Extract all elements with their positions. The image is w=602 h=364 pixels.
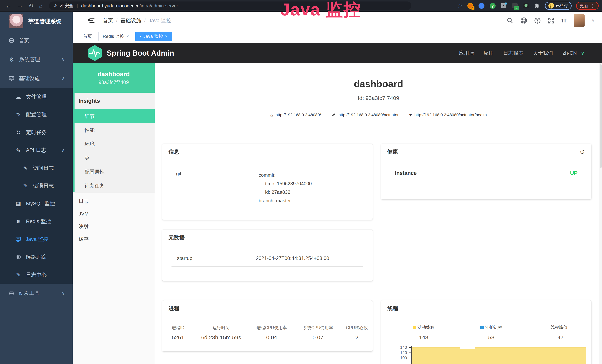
legend-blue-swatch	[480, 326, 484, 329]
tab-label: 首页	[83, 33, 92, 39]
health-card-header: 健康 ↺	[381, 144, 591, 161]
sidebar-item-label: 定时任务	[26, 129, 47, 136]
sidebar-collapse-icon[interactable]	[88, 17, 96, 24]
history-icon[interactable]: ↺	[580, 148, 585, 156]
github-icon[interactable]	[520, 17, 527, 24]
sba-menu-environment[interactable]: 环境	[73, 137, 155, 151]
legend-peak-threads: 线程峰值 147	[530, 324, 588, 341]
extension-orange-icon[interactable]: 1	[467, 2, 474, 9]
extensions-puzzle-icon[interactable]	[534, 2, 540, 9]
sidebar-item-redis-monitor[interactable]: ≋ Redis 监控	[0, 213, 73, 230]
extension-leaf-icon[interactable]	[523, 2, 529, 9]
sba-menu-logs[interactable]: 日志	[73, 195, 155, 207]
sidebar-item-api-log[interactable]: ✎ API 日志 ∧	[0, 141, 73, 159]
sidebar-item-mysql-monitor[interactable]: ▦ MySQL 监控	[0, 195, 73, 213]
extension-pin-blue-icon[interactable]	[478, 2, 485, 9]
sba-nav-wallboard[interactable]: 应用墙	[459, 50, 474, 56]
sba-nav: 应用墙 应用 日志报表 关于我们 zh-CN ∨	[459, 50, 602, 56]
sidebar-item-config-manage[interactable]: ✎ 配置管理	[0, 106, 73, 124]
browser-forward-icon[interactable]: →	[17, 0, 23, 11]
legend-yellow-swatch	[413, 326, 416, 329]
sba-menu-config-props[interactable]: 配置属性	[73, 165, 155, 179]
sba-menu-metrics[interactable]: 性能	[73, 123, 155, 137]
sidebar-item-scheduled-jobs[interactable]: ↻ 定时任务	[0, 124, 73, 141]
process-card: 进程 进程ID 运行时间 进程CPU使用率 系统CPU使用率 CPU核心数 52…	[162, 300, 373, 351]
metadata-row-value: 2021-04-27T00:44:31.254+08:00	[256, 256, 329, 261]
breadcrumb-current: Java 监控	[149, 17, 172, 24]
user-avatar[interactable]	[574, 14, 585, 27]
tab-redis-monitor[interactable]: Redis 监控 ×	[98, 32, 133, 41]
process-col-uptime: 运行时间	[194, 325, 248, 331]
sba-menu-classes[interactable]: 类	[73, 151, 155, 165]
sba-menu-caches[interactable]: 缓存	[73, 233, 155, 245]
tab-java-monitor[interactable]: ● Java 监控 ×	[135, 32, 172, 41]
sba-nav-about[interactable]: 关于我们	[533, 50, 553, 56]
sba-logo[interactable]	[87, 45, 102, 61]
browser-home-icon[interactable]: ⌂	[39, 0, 43, 11]
sba-nav-applications[interactable]: 应用	[484, 50, 494, 56]
insights-section-label[interactable]: Insights	[73, 93, 155, 109]
extension-grid-icon[interactable]	[500, 2, 507, 9]
metadata-row-startup: startup 2021-04-27T00:44:31.254+08:00	[172, 256, 363, 267]
sba-locale-select[interactable]: zh-CN	[562, 50, 577, 56]
sidebar-item-system[interactable]: ⚙ 系统管理 ∨	[0, 50, 73, 69]
sidebar-item-error-log[interactable]: ✎ 错误日志	[0, 177, 73, 195]
sidebar-item-label: 错误日志	[33, 182, 54, 189]
sidebar-item-label: 链路追踪	[26, 254, 46, 260]
browser-menu-dots-icon[interactable]: ⋮	[590, 3, 595, 9]
help-icon[interactable]	[534, 17, 541, 24]
sidebar-item-home[interactable]: 首页	[0, 31, 73, 50]
health-row-instance[interactable]: Instance UP	[395, 170, 578, 182]
sba-instance-header[interactable]: dashboard 93a3fc7f7409	[73, 63, 155, 93]
browser-back-icon[interactable]: ←	[6, 0, 11, 11]
sidebar-item-label: 研发工具	[19, 290, 40, 297]
threads-card: 线程 活动线程 143 守护进程 53 线程峰值 147	[381, 300, 591, 364]
process-pid-value: 5261	[162, 334, 194, 341]
extension-on-badge-icon[interactable]: on	[512, 2, 518, 9]
edit-icon: ✎	[15, 272, 22, 278]
avatar-caret-icon[interactable]: ∨	[592, 18, 595, 23]
instance-id-subtitle: Id: 93a3fc7f7409	[155, 95, 602, 101]
edit-icon: ✎	[22, 183, 29, 189]
extension-y-green-icon[interactable]: y	[489, 2, 496, 9]
chevron-up-icon: ∧	[62, 148, 65, 153]
app-logo-row[interactable]: 芋道管理系统	[0, 11, 73, 31]
tab-home[interactable]: 首页	[79, 32, 96, 41]
browser-reload-icon[interactable]: ↻	[29, 0, 33, 11]
sidebar-item-dev-tools[interactable]: 研发工具 ∨	[0, 284, 73, 303]
y-tick-label: 140	[392, 345, 407, 350]
sba-nav-journal[interactable]: 日志报表	[503, 50, 523, 56]
sidebar-item-file-manage[interactable]: ☁ 文件管理	[0, 88, 73, 106]
service-url-button[interactable]: ⌂ http://192.168.0.2:48080/	[265, 110, 326, 120]
header-actions: tT ∨	[507, 11, 595, 30]
close-icon[interactable]: ×	[127, 34, 129, 39]
sba-menu-jvm[interactable]: JVM	[73, 207, 155, 220]
content-scrollbar[interactable]	[599, 63, 602, 364]
sidebar-item-access-log[interactable]: ✎ 访问日志	[0, 159, 73, 177]
sba-menu-details[interactable]: 细节	[73, 109, 155, 123]
sba-menu-scheduled-tasks[interactable]: 计划任务	[73, 179, 155, 193]
breadcrumb-item[interactable]: 首页	[103, 17, 113, 24]
process-cpu-value: 0.04	[248, 334, 295, 341]
search-icon[interactable]	[507, 17, 513, 24]
fullscreen-icon[interactable]	[548, 17, 555, 24]
threads-card-header: 线程	[381, 300, 591, 317]
sidebar-item-tracing[interactable]: 链路追踪	[0, 248, 73, 266]
chevron-down-icon[interactable]: ∨	[581, 50, 584, 56]
actuator-url-button[interactable]: http://192.168.0.2:48080/actuator	[326, 110, 404, 120]
sba-menu-mappings[interactable]: 映射	[73, 220, 155, 233]
scrollbar-thumb[interactable]	[600, 64, 602, 168]
font-size-icon[interactable]: tT	[562, 17, 567, 24]
sidebar-item-infra[interactable]: 基础设施 ∧	[0, 69, 73, 88]
close-icon[interactable]: ×	[165, 34, 168, 39]
git-time-line: time: 1596289704000	[265, 179, 312, 188]
sidebar-item-log-center[interactable]: ✎ 日志中心	[0, 266, 73, 284]
sidebar-item-label: 访问日志	[33, 164, 54, 171]
browser-update-button[interactable]: 更新 ⋮	[576, 2, 599, 10]
profile-status-label: 已暂停	[556, 3, 568, 9]
health-url-button[interactable]: ♥ http://192.168.0.2:48080/actuator/heal…	[404, 110, 492, 120]
browser-profile-chip[interactable]: 已暂停	[545, 2, 572, 10]
bookmark-star-icon[interactable]: ☆	[457, 2, 462, 9]
sidebar-item-java-monitor[interactable]: Java 监控	[0, 230, 73, 248]
breadcrumb-item[interactable]: 基础设施	[120, 17, 141, 24]
